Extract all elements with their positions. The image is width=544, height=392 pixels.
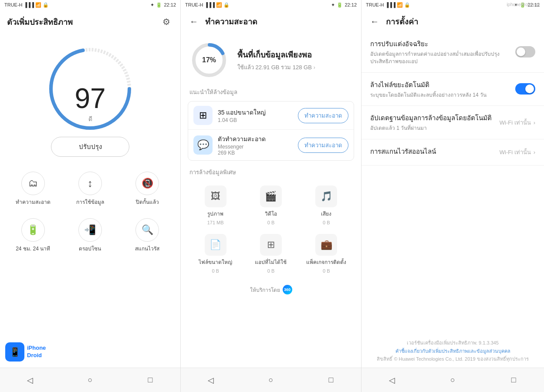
recent-nav-btn-3[interactable]: □ [505,372,522,389]
special-item-bigfiles[interactable]: 📄 ไฟล์ขนาดใหญ่ 0 B [188,230,243,278]
special-item-photos[interactable]: 🖼 รูปภาพ 171 MB [188,181,243,230]
apps35-size: 1.04 GB [218,117,293,123]
copyright-text: สิขสิทธิ์ © Huawei Technologies Co., Ltd… [366,355,540,363]
iphonedroid-watermark: 📱 iPhone Droid [0,339,51,365]
battery-icon-1: 🔋 [156,2,162,8]
battery-2: 🔋 [337,2,343,8]
auto-clean-toggle[interactable] [515,83,535,95]
special-item-packages[interactable]: 💼 แพ็คเกจการติดตั้ง 0 B [299,230,354,278]
online-scan-info: การสแกนไวรัสออนไลน์ [370,146,495,158]
data-label: การใช้ข้อมูล [76,198,104,206]
settings-item-online-scan[interactable]: การสแกนไวรัสออนไลน์ Wi-Fi เท่านั้น › [362,139,544,166]
time-1: 22:12 [164,2,176,7]
clean-button-1[interactable]: ทำความสะอาด [298,138,348,153]
home-nav-btn-2[interactable]: ○ [262,372,280,389]
online-scan-chevron-icon: › [534,149,535,155]
privacy-link[interactable]: คำชี้แจงเกี่ยวกับตัวเพิ่มประสิทธิภาพและข… [395,348,510,354]
update-db-right-text: Wi-Fi เท่านั้น [500,118,531,127]
apps35-name: 35 แอปขนาดใหญ่ [218,108,293,117]
version-footer: เวอร์ชันเครื่องมือเพิ่มประสิทธิภาพ: 9.1.… [362,335,544,368]
packages-size: 0 B [323,268,330,274]
settings-item-auto-clean[interactable]: ล้างไฟล์ขยะอัตโนมัติ ระบุขยะโดยอัตโนมัติ… [362,73,544,106]
close-label: ปิดกั้นแล้ว [136,198,159,206]
clean-button-0[interactable]: ทำความสะอาด [298,108,348,123]
back-nav-btn-1[interactable]: ◁ [21,372,39,389]
close-app-icon: 📵 [135,172,159,195]
settings-item-update-db[interactable]: อัปเดตฐานข้อมูลการล้างข้อมูลโดยอัตโนมัติ… [362,106,544,139]
nav-footer-2: ◁ ○ □ [181,368,361,392]
donut-percent: 17% [202,56,216,64]
messenger-info: ตัวทำความสะอาด Messenger 269 KB [218,134,293,156]
bigfiles-size: 0 B [212,268,219,274]
photos-name: รูปภาพ [207,210,223,218]
special-item-audio[interactable]: 🎵 เสียง 0 B [299,181,354,230]
status-bar-2: TRUE-H ▐▐▐ 📶 🔒 ✦ 🔋 22:12 [181,0,361,10]
icon-item-dropzone[interactable]: 📲 ดรอปโซน [61,212,118,259]
lock-icon-1: 🔒 [43,2,49,8]
panel1-header: ตัวเพิ่มประสิทธิภาพ ⚙ [0,10,180,32]
app-clean-list: ⊞ 35 แอปขนาดใหญ่ 1.04 GB ทำความสะอาด 💬 ต… [188,101,354,161]
video-icon: 🎬 [260,186,282,207]
auto-adjust-toggle[interactable] [515,46,535,57]
recommend-label: แนะนำให้ล้างข้อมูล [181,84,361,98]
audio-size: 0 B [323,220,330,225]
special-clean-grid: 🖼 รูปภาพ 171 MB 🎬 วิดีโอ 0 B 🎵 เสียง 0 B… [181,179,361,280]
unusedapps-icon: ⊞ [260,234,282,256]
icon-item-clean[interactable]: 🗂 ทำความสะอาด [4,166,61,212]
back-button-2[interactable]: ← [188,15,200,28]
panel-settings: iphonedroid.net TRUE-H ▐▐▐ 📶 🔒 ✦ 🔋 22:12… [362,0,544,392]
top-watermark: iphonedroid.net [507,2,540,7]
auto-clean-title: ล้างไฟล์ขยะอัตโนมัติ [370,80,511,90]
messenger-icon: 💬 [193,135,213,155]
special-item-video[interactable]: 🎬 วิดีโอ 0 B [243,181,298,230]
powered-by-text: ให้บริการโดย [250,286,280,294]
back-nav-btn-2[interactable]: ◁ [202,372,220,389]
icon-item-close[interactable]: 📵 ปิดกั้นแล้ว [119,166,176,212]
icon-item-data[interactable]: ↕ การใช้ข้อมูล [61,166,118,212]
panel3-header: ← การตั้งค่า [362,10,544,32]
wifi-3: 📶 [397,2,403,8]
update-db-chevron-icon: › [534,119,535,126]
signal-3: ▐▐▐ [385,2,395,7]
gauge-value: 97 [74,84,105,112]
battery-label: 24 ชม. 24 นาที [16,244,50,253]
update-db-title: อัปเดตฐานข้อมูลการล้างข้อมูลโดยอัตโนมัติ [370,113,495,123]
settings-button[interactable]: ⚙ [159,15,173,29]
powered-by-section: ให้บริการโดย 360 [181,280,361,297]
panel2-title: ทำความสะอาด [205,15,257,28]
online-scan-right-text: Wi-Fi เท่านั้น [500,148,531,157]
update-db-desc: อัปเดตแล้ว 1 วันที่ผ่านมา [370,125,495,132]
data-icon: ↕ [78,172,102,195]
recent-nav-btn-2[interactable]: □ [322,372,340,389]
back-nav-btn-3[interactable]: ◁ [383,372,401,389]
icon-item-virus[interactable]: 🔍 สแกนไวรัส [119,212,176,259]
carrier-1: TRUE-H [4,2,23,7]
storage-sub: ใช้แล้ว 22.91 GB รวม 128 GB › [237,63,352,72]
home-nav-btn-3[interactable]: ○ [444,372,461,389]
bigfiles-name: ไฟล์ขนาดใหญ่ [199,258,232,266]
nav-footer-3: ◁ ○ □ [362,368,544,392]
gauge-section: 97 ดี [0,32,180,132]
photos-size: 171 MB [207,220,224,225]
iphonedroid-logo-icon: 📱 [5,342,24,362]
panel-performance: TRUE-H ▐▐▐ 📶 🔒 ✦ 🔋 22:12 ตัวเพิ่มประสิทธ… [0,0,181,392]
packages-name: แพ็คเกจการติดตั้ง [306,258,346,266]
home-nav-btn-1[interactable]: ○ [81,372,99,389]
icon-item-battery[interactable]: 🔋 24 ชม. 24 นาที [4,212,61,259]
iphonedroid-logo-text: iPhone Droid [27,345,46,359]
wifi-icon-1: 📶 [35,2,41,8]
dropzone-label: ดรอปโซน [79,244,101,253]
update-db-info: อัปเดตฐานข้อมูลการล้างข้อมูลโดยอัตโนมัติ… [370,113,495,132]
status-bar-1: TRUE-H ▐▐▐ 📶 🔒 ✦ 🔋 22:12 [0,0,180,10]
back-button-3[interactable]: ← [368,15,381,28]
optimize-button[interactable]: ปรับปรุง [51,137,129,157]
virus-scan-icon: 🔍 [135,218,159,242]
audio-icon: 🎵 [315,186,337,207]
settings-item-auto-adjust[interactable]: การปรับแต่งอัจฉริยะ อัปเดตข้อมูลการกำหนด… [362,32,544,73]
unusedapps-name: แอปที่ไม่ได้ใช้ [255,258,287,266]
clean-label: ทำความสะอาด [16,198,51,206]
auto-adjust-title: การปรับแต่งอัจฉริยะ [370,39,511,49]
special-item-unusedapps[interactable]: ⊞ แอปที่ไม่ได้ใช้ 0 B [243,230,298,278]
recent-nav-btn-1[interactable]: □ [142,372,159,389]
virus-label: สแกนไวรัส [135,244,159,253]
